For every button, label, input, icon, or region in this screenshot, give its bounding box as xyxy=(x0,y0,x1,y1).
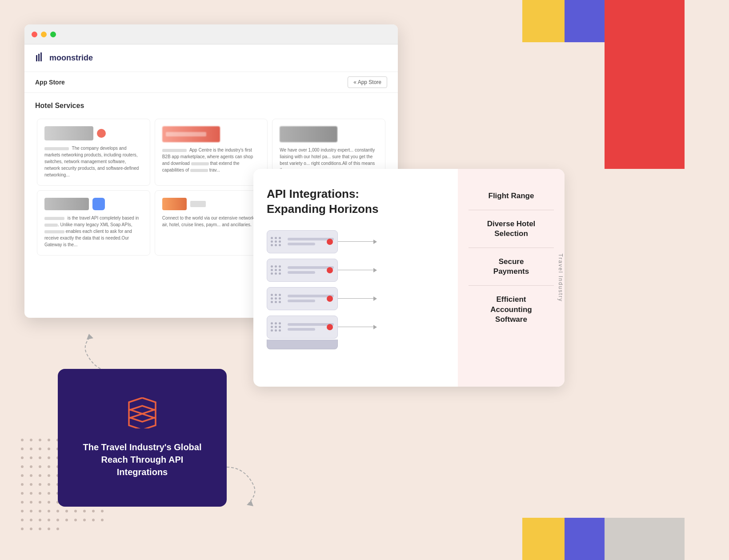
svg-point-91 xyxy=(30,519,32,521)
svg-point-13 xyxy=(48,448,50,450)
server-status-1 xyxy=(327,239,333,245)
svg-point-11 xyxy=(30,448,32,450)
svg-point-20 xyxy=(21,456,24,459)
svg-point-52 xyxy=(39,483,41,486)
server-box-4 xyxy=(267,316,338,339)
svg-point-98 xyxy=(92,519,95,521)
svg-rect-105 xyxy=(36,55,37,61)
server-dots-4 xyxy=(271,322,281,332)
app-card-1-text: The company develops and markets network… xyxy=(44,145,143,178)
svg-point-21 xyxy=(30,456,32,459)
bg-purple-top xyxy=(565,0,607,42)
back-to-app-store-button[interactable]: « App Store xyxy=(348,76,387,88)
svg-point-80 xyxy=(21,510,24,512)
svg-point-71 xyxy=(30,501,32,504)
bg-gray-bottom xyxy=(605,518,685,560)
server-diagram xyxy=(267,230,445,349)
server-dots-2 xyxy=(271,265,281,275)
bg-purple-bottom xyxy=(565,518,607,560)
svg-point-30 xyxy=(21,465,24,468)
svg-point-40 xyxy=(21,474,24,477)
svg-point-100 xyxy=(21,528,24,530)
svg-point-101 xyxy=(30,528,32,530)
svg-point-61 xyxy=(30,492,32,495)
logo-icon xyxy=(35,52,46,64)
app-card-5-text: Connect to the world via our extensive n… xyxy=(162,215,260,228)
connector-3 xyxy=(338,296,377,301)
svg-point-1 xyxy=(30,439,32,441)
logo-text: moonstride xyxy=(49,53,93,63)
feature-secure-payments: SecurePayments xyxy=(469,248,554,286)
app-card-1[interactable]: The company develops and markets network… xyxy=(37,119,150,186)
app-logo: moonstride xyxy=(35,52,93,64)
browser-maximize-btn[interactable] xyxy=(50,32,56,37)
browser-minimize-btn[interactable] xyxy=(41,32,47,37)
diverse-hotel-label: Diverse HotelSelection xyxy=(469,219,554,239)
server-box-3 xyxy=(267,287,338,310)
flight-range-label: Flight Range xyxy=(469,191,554,201)
svg-point-99 xyxy=(101,519,104,521)
server-status-4 xyxy=(327,324,333,330)
app-card-4[interactable]: is the travel API completely based in . … xyxy=(37,190,150,256)
app-card-2[interactable]: App Centre is the industry's first B2B a… xyxy=(155,119,268,186)
bg-yellow-bottom xyxy=(522,518,565,560)
hotel-services-title: Hotel Services xyxy=(35,102,387,110)
server-dots-1 xyxy=(271,237,281,246)
server-base xyxy=(267,340,338,349)
arrow-icon-3 xyxy=(373,296,377,301)
svg-point-33 xyxy=(48,465,50,468)
server-unit-4 xyxy=(267,316,445,339)
svg-point-93 xyxy=(48,519,50,521)
svg-point-104 xyxy=(56,528,59,530)
svg-point-63 xyxy=(48,492,50,495)
connector-1 xyxy=(338,240,377,244)
app-card-5[interactable]: Connect to the world via our extensive n… xyxy=(155,190,268,256)
svg-point-62 xyxy=(39,492,41,495)
feature-diverse-hotel: Diverse HotelSelection xyxy=(469,210,554,248)
svg-point-10 xyxy=(21,448,24,450)
browser-close-btn[interactable] xyxy=(32,32,37,37)
svg-point-95 xyxy=(65,519,68,521)
svg-point-92 xyxy=(39,519,41,521)
svg-point-22 xyxy=(39,456,41,459)
api-integrations-card: API Integrations: Expanding Horizons xyxy=(253,169,565,387)
app-header: moonstride xyxy=(24,44,398,72)
connector-4 xyxy=(338,325,377,329)
purple-card-title: The Travel Industry's Global Reach Throu… xyxy=(76,441,209,478)
svg-rect-107 xyxy=(40,52,42,61)
svg-point-12 xyxy=(39,448,41,450)
svg-rect-106 xyxy=(38,54,40,61)
stack-layers-icon xyxy=(124,397,160,430)
server-unit-2 xyxy=(267,259,445,282)
nav-label: App Store xyxy=(35,79,65,86)
svg-point-73 xyxy=(48,501,50,504)
svg-point-97 xyxy=(83,519,86,521)
svg-point-72 xyxy=(39,501,41,504)
svg-point-43 xyxy=(48,474,50,477)
svg-point-103 xyxy=(48,528,50,530)
svg-point-89 xyxy=(101,510,104,512)
api-left-panel: API Integrations: Expanding Horizons xyxy=(253,169,458,387)
svg-point-51 xyxy=(30,483,32,486)
svg-point-3 xyxy=(48,439,50,441)
app-card-2-text: App Centre is the industry's first B2B a… xyxy=(162,147,260,173)
bg-yellow-top xyxy=(522,0,565,42)
svg-point-23 xyxy=(48,456,50,459)
svg-point-70 xyxy=(21,501,24,504)
purple-card: The Travel Industry's Global Reach Throu… xyxy=(58,369,227,507)
svg-point-42 xyxy=(39,474,41,477)
svg-point-87 xyxy=(83,510,86,512)
arrow-icon-4 xyxy=(373,325,377,329)
svg-point-83 xyxy=(48,510,50,512)
server-status-3 xyxy=(327,296,333,302)
accounting-label: EfficientAccountingSoftware xyxy=(469,295,554,324)
svg-point-60 xyxy=(21,492,24,495)
svg-point-2 xyxy=(39,439,41,441)
server-unit-1 xyxy=(267,230,445,253)
svg-point-31 xyxy=(30,465,32,468)
svg-point-84 xyxy=(56,510,59,512)
svg-point-32 xyxy=(39,465,41,468)
arrow-icon-1 xyxy=(373,240,377,244)
bg-red-bar xyxy=(605,0,685,169)
svg-point-86 xyxy=(74,510,77,512)
